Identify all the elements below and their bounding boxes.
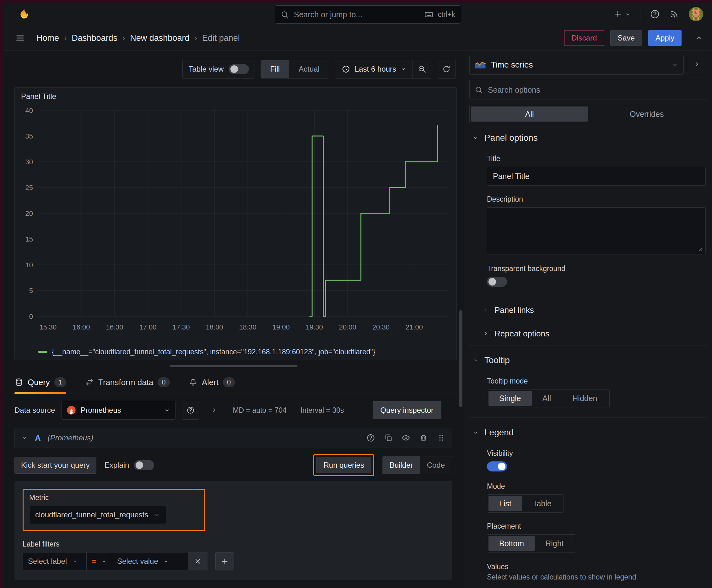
zoom-out-button[interactable]	[413, 60, 431, 78]
builder-option[interactable]: Builder	[383, 456, 420, 474]
description-textarea[interactable]	[487, 207, 706, 254]
legend-list-option[interactable]: List	[489, 496, 522, 511]
options-search[interactable]	[469, 80, 707, 100]
transparent-bg-toggle[interactable]	[487, 277, 507, 287]
chevron-down-icon	[401, 66, 406, 72]
visualization-picker[interactable]: Time series	[469, 55, 684, 75]
timeseries-chart[interactable]: 051015202530354015:3016:0016:3017:0017:3…	[18, 105, 453, 338]
placement-bottom-option[interactable]: Bottom	[489, 536, 535, 551]
label-filter-row: Select label = Select value	[23, 552, 444, 570]
panel-links-row[interactable]: Panel links	[469, 298, 707, 322]
user-avatar[interactable]	[689, 7, 703, 21]
tooltip-mode-label: Tooltip mode	[487, 377, 706, 385]
datasource-help-button[interactable]	[182, 401, 199, 420]
chevron-right-icon	[693, 61, 701, 68]
repeat-options-row[interactable]: Repeat options	[469, 322, 707, 345]
toggle-pane-button[interactable]	[687, 55, 707, 74]
svg-text:0: 0	[29, 313, 33, 320]
add-filter-button[interactable]	[215, 552, 234, 570]
code-option[interactable]: Code	[420, 456, 452, 474]
metric-select[interactable]: cloudflared_tunnel_total_requests	[29, 506, 166, 524]
panel-options-title: Panel options	[484, 133, 538, 143]
table-view-label: Table view	[188, 65, 223, 74]
collapse-query-icon[interactable]	[21, 435, 28, 441]
view-toolbar: Table view Fill Actual Last 6 hours	[2, 50, 464, 79]
discard-button[interactable]: Discard	[564, 30, 604, 46]
datasource-picker[interactable]: Prometheus	[61, 401, 175, 420]
kick-start-button[interactable]: Kick start your query	[15, 457, 96, 474]
select-value-dropdown[interactable]: Select value	[112, 552, 188, 570]
query-header: A (Prometheus)	[15, 428, 452, 448]
tab-query[interactable]: Query 1	[15, 371, 66, 394]
scrollbar-thumb[interactable]	[459, 310, 462, 407]
search-input[interactable]	[293, 10, 420, 19]
drag-query-icon[interactable]	[437, 434, 446, 442]
query-ref-id[interactable]: A	[35, 433, 41, 443]
time-range-picker[interactable]: Last 6 hours	[335, 65, 412, 74]
label-filters-label: Label filters	[23, 540, 444, 548]
all-tab[interactable]: All	[471, 106, 588, 122]
breadcrumb-new-dashboard[interactable]: New dashboard	[130, 33, 189, 43]
chevron-down-icon	[154, 512, 160, 518]
legend-series-marker[interactable]	[38, 351, 47, 353]
resize-grip-icon[interactable]	[697, 246, 703, 252]
grafana-app: ctrl+k	[0, 0, 712, 588]
run-queries-button[interactable]: Run queries	[316, 457, 371, 474]
tab-alert[interactable]: Alert 0	[189, 371, 235, 394]
collapse-options-icon[interactable]	[694, 33, 704, 43]
resize-handle[interactable]	[170, 365, 297, 367]
fill-option[interactable]: Fill	[261, 60, 289, 78]
toggle-visibility-icon[interactable]	[402, 434, 410, 442]
help-icon[interactable]	[650, 9, 660, 19]
remove-filter-button[interactable]	[188, 552, 208, 570]
select-label-placeholder: Select label	[28, 557, 67, 566]
global-search[interactable]: ctrl+k	[275, 5, 461, 24]
panel-options-header[interactable]: Panel options	[469, 128, 707, 148]
tooltip-single-option[interactable]: Single	[489, 391, 532, 406]
main-area: Table view Fill Actual Last 6 hours	[2, 50, 464, 588]
visualization-row: Time series	[469, 55, 707, 75]
legend-table-option[interactable]: Table	[522, 496, 562, 511]
add-button[interactable]	[613, 9, 631, 19]
query-inspector-button[interactable]: Query inspector	[373, 401, 441, 419]
legend-visibility-toggle[interactable]	[487, 461, 507, 471]
select-label-dropdown[interactable]: Select label	[23, 552, 87, 570]
chevron-down-icon	[473, 429, 479, 436]
save-button[interactable]: Save	[610, 30, 642, 46]
query-help-icon[interactable]	[366, 434, 375, 442]
panel-title[interactable]: Panel Title	[15, 88, 456, 105]
refresh-button[interactable]	[437, 60, 456, 79]
chevron-down-icon	[163, 559, 169, 564]
tooltip-header[interactable]: Tooltip	[469, 350, 707, 371]
datasource-row: Data source Prometheus MD = auto	[2, 394, 464, 420]
placement-right-option[interactable]: Right	[535, 536, 574, 551]
apply-button[interactable]: Apply	[648, 30, 682, 46]
svg-text:15:30: 15:30	[39, 323, 57, 331]
overrides-tab[interactable]: Overrides	[588, 106, 706, 122]
delete-query-icon[interactable]	[419, 434, 428, 442]
actual-option[interactable]: Actual	[289, 60, 329, 78]
tooltip-hidden-option[interactable]: Hidden	[562, 391, 608, 406]
explain-toggle[interactable]	[134, 460, 154, 470]
chevron-right-icon[interactable]	[211, 407, 218, 414]
options-search-input[interactable]	[487, 85, 702, 95]
svg-text:21:00: 21:00	[406, 323, 423, 331]
legend-series-label[interactable]: {__name__="cloudflared_tunnel_total_requ…	[52, 348, 375, 356]
breadcrumb-dashboards[interactable]: Dashboards	[71, 33, 117, 43]
search-icon	[281, 10, 289, 19]
news-icon[interactable]	[669, 9, 679, 19]
breadcrumb-home[interactable]: Home	[37, 33, 59, 43]
search-shortcut: ctrl+k	[438, 10, 455, 19]
menu-toggle[interactable]	[15, 33, 25, 43]
panel-title-input[interactable]	[487, 167, 706, 186]
grafana-logo-icon[interactable]	[17, 7, 31, 21]
svg-text:17:00: 17:00	[139, 323, 156, 331]
tooltip-all-option[interactable]: All	[532, 391, 562, 406]
duplicate-query-icon[interactable]	[384, 434, 393, 442]
table-view-toggle[interactable]	[229, 64, 249, 74]
tab-transform[interactable]: Transform data 0	[85, 371, 170, 394]
svg-text:15: 15	[25, 235, 33, 243]
operator-dropdown[interactable]: =	[86, 552, 112, 570]
clock-icon	[342, 65, 350, 74]
legend-header[interactable]: Legend	[469, 422, 707, 443]
